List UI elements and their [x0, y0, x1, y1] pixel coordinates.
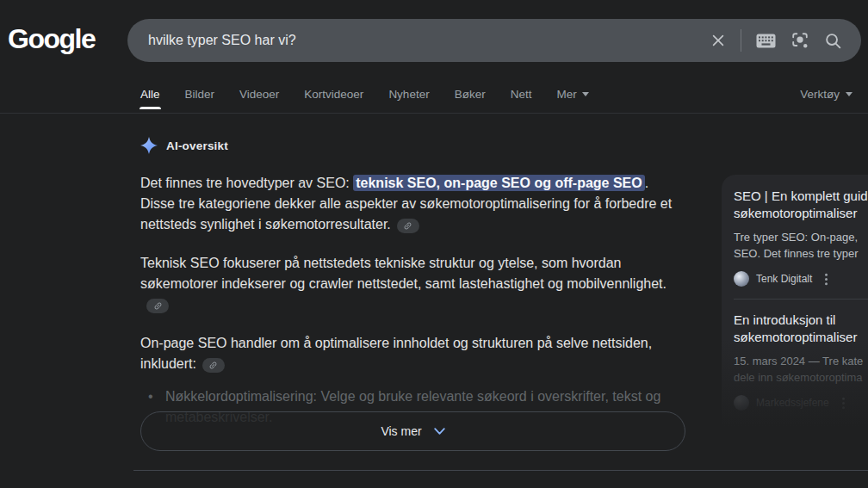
tab-label: Bilder: [185, 88, 215, 101]
tab-label: Nett: [511, 88, 532, 101]
search-bar[interactable]: hvilke typer SEO har vi?: [127, 19, 861, 62]
source-card: SEO | En komplett guid søkemotoroptimali…: [734, 188, 868, 287]
tab-label: Mer: [556, 88, 576, 101]
source-attribution: Markedssjefene: [734, 395, 868, 411]
source-attribution: Tenk Digitalt: [734, 271, 868, 287]
title-line: søkemotoroptimaliser: [734, 206, 857, 220]
search-divider: [741, 29, 741, 52]
keyboard-icon[interactable]: [756, 34, 776, 48]
ai-paragraph-2: Teknisk SEO fokuserer på nettstedets tek…: [140, 253, 685, 315]
tab-bilder[interactable]: Bilder: [185, 88, 215, 101]
p1-highlighted-text[interactable]: teknisk SEO, on-page SEO og off-page SEO: [353, 175, 645, 191]
snippet-line: Tre typer SEO: On-page,: [734, 231, 858, 244]
section-divider: [133, 470, 868, 471]
source-site-name: Markedssjefene: [756, 397, 829, 409]
more-options-icon[interactable]: [824, 273, 828, 286]
tab-label: Alle: [140, 88, 160, 101]
source-link-icon[interactable]: [146, 299, 169, 313]
search-submit-icon[interactable]: [824, 32, 842, 50]
tab-nyheter[interactable]: Nyheter: [388, 88, 429, 101]
site-favicon: [734, 395, 749, 411]
p2-text: Teknisk SEO fokuserer på nettstedets tek…: [140, 256, 666, 291]
snippet-line: 15. mars 2024 — Tre kate: [734, 355, 863, 368]
source-card-snippet: Tre typer SEO: On-page, SEO. Det finnes …: [734, 229, 868, 262]
tab-mer[interactable]: Mer: [556, 88, 588, 101]
tab-label: Videoer: [239, 88, 279, 101]
gemini-sparkle-icon: [140, 137, 158, 154]
header-divider: [0, 113, 868, 114]
p1-before: Det finnes tre hovedtyper av SEO:: [140, 176, 353, 190]
chevron-down-icon: [434, 428, 445, 435]
snippet-line: dele inn søkemotoroptima: [734, 369, 868, 386]
source-card-title[interactable]: SEO | En komplett guid søkemotoroptimali…: [734, 188, 868, 222]
tab-kortvideoer[interactable]: Kortvideoer: [304, 88, 363, 101]
title-line: SEO | En komplett guid: [734, 188, 868, 203]
tab-videoer[interactable]: Videoer: [239, 88, 279, 101]
source-site-name: Tenk Digitalt: [756, 273, 812, 285]
google-logo[interactable]: Google: [8, 23, 95, 55]
source-link-icon[interactable]: [202, 358, 225, 373]
bullet-text-line1: Nøkkelordoptimalisering: Velge og bruke …: [165, 389, 660, 404]
tab-label: Bøker: [455, 88, 486, 101]
ai-overview-title: AI-oversikt: [166, 139, 228, 152]
ai-paragraph-3: On-page SEO handler om å optimalisere in…: [140, 333, 685, 374]
chevron-down-icon: [582, 92, 589, 96]
source-card: En introduksjon til søkemotoroptimaliser…: [734, 312, 868, 411]
more-options-icon[interactable]: [841, 397, 846, 410]
show-more-button[interactable]: Vis mer: [140, 411, 685, 451]
results-nav: Alle Bilder Videoer Kortvideoer Nyheter …: [140, 88, 868, 101]
ai-overview-header: AI-oversikt: [140, 136, 685, 155]
card-divider: [734, 299, 868, 300]
show-more-label: Vis mer: [381, 424, 421, 438]
site-favicon: [734, 271, 749, 287]
chevron-down-icon: [846, 92, 852, 96]
source-link-icon[interactable]: [397, 219, 419, 233]
tab-boker[interactable]: Bøker: [455, 88, 486, 101]
tab-label: Kortvideoer: [304, 88, 363, 101]
source-card-snippet: 15. mars 2024 — Tre kate dele inn søkemo…: [734, 353, 868, 386]
tab-nett[interactable]: Nett: [511, 88, 532, 101]
tools-label: Verktøy: [800, 88, 840, 101]
ai-overview-sources-panel: SEO | En komplett guid søkemotoroptimali…: [722, 175, 868, 442]
tab-alle[interactable]: Alle: [140, 88, 160, 101]
google-lens-icon[interactable]: [790, 31, 809, 50]
search-input[interactable]: hvilke typer SEO har vi?: [148, 33, 296, 48]
tools-button[interactable]: Verktøy: [800, 88, 852, 101]
ai-overview-section: AI-oversikt Det finnes tre hovedtyper av…: [140, 136, 685, 428]
search-actions: [710, 29, 861, 52]
clear-search-icon[interactable]: [710, 33, 726, 48]
tab-label: Nyheter: [388, 88, 429, 101]
title-line: En introduksjon til: [734, 312, 835, 327]
ai-paragraph-1: Det finnes tre hovedtyper av SEO: teknis…: [140, 173, 685, 235]
source-card-title[interactable]: En introduksjon til søkemotoroptimaliser: [734, 312, 868, 346]
snippet-line: SEO. Det finnes tre typer: [734, 247, 859, 260]
title-line: søkemotoroptimaliser: [734, 330, 857, 344]
